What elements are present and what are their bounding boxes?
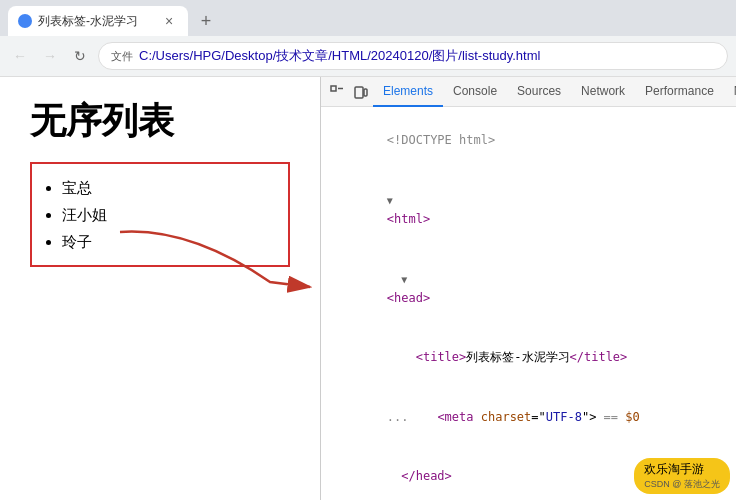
- address-bar: ← → ↻ 文件 C:/Users/HPG/Desktop/技术文章/HTML/…: [0, 36, 736, 76]
- watermark-sub: CSDN @ 落池之光: [644, 478, 720, 491]
- forward-button[interactable]: →: [38, 44, 62, 68]
- arrow: [110, 222, 330, 302]
- list-item-1: 宝总: [62, 174, 272, 201]
- watermark-main: 欢乐淘手游: [644, 461, 720, 478]
- inspect-icon[interactable]: [325, 80, 349, 104]
- svg-rect-1: [331, 86, 336, 91]
- page-heading: 无序列表: [30, 97, 290, 146]
- tab-more[interactable]: N: [724, 77, 736, 107]
- html-line-meta[interactable]: ... <meta charset="UTF-8"> == $0: [321, 388, 736, 448]
- new-tab-button[interactable]: +: [192, 7, 220, 35]
- tab-elements[interactable]: Elements: [373, 77, 443, 107]
- tab-console[interactable]: Console: [443, 77, 507, 107]
- address-input[interactable]: 文件 C:/Users/HPG/Desktop/技术文章/HTML/202401…: [98, 42, 728, 70]
- html-line-head-open[interactable]: ▼ <head>: [321, 249, 736, 328]
- devtools-toolbar: Elements Console Sources Network Perform…: [321, 77, 736, 107]
- tab-close-button[interactable]: ×: [160, 12, 178, 30]
- tab-sources[interactable]: Sources: [507, 77, 571, 107]
- tab-title: 列表标签-水泥学习: [38, 13, 138, 30]
- browser-chrome: 列表标签-水泥学习 × + ← → ↻ 文件 C:/Users/HPG/Desk…: [0, 0, 736, 77]
- svg-rect-4: [364, 89, 367, 96]
- watermark: 欢乐淘手游 CSDN @ 落池之光: [634, 458, 730, 494]
- tab-performance[interactable]: Performance: [635, 77, 724, 107]
- device-icon[interactable]: [349, 80, 373, 104]
- address-icon: 文件: [111, 49, 133, 64]
- html-line-html-open[interactable]: ▼ <html>: [321, 171, 736, 250]
- html-line-title[interactable]: <title>列表标签-水泥学习</title>: [321, 328, 736, 388]
- svg-rect-3: [355, 87, 363, 98]
- address-url: C:/Users/HPG/Desktop/技术文章/HTML/20240120/…: [139, 47, 540, 65]
- active-tab[interactable]: 列表标签-水泥学习 ×: [8, 6, 188, 36]
- refresh-button[interactable]: ↻: [68, 44, 92, 68]
- tab-bar: 列表标签-水泥学习 × +: [0, 0, 736, 36]
- back-button[interactable]: ←: [8, 44, 32, 68]
- tab-favicon: [18, 14, 32, 28]
- devtools-panel: Elements Console Sources Network Perform…: [320, 77, 736, 500]
- tab-network[interactable]: Network: [571, 77, 635, 107]
- devtools-content: <!DOCTYPE html> ▼ <html> ▼ <head> <title…: [321, 107, 736, 500]
- main-area: 无序列表 宝总 汪小姐 玲子 Elements Cons: [0, 77, 736, 500]
- page-content: 无序列表 宝总 汪小姐 玲子: [0, 77, 320, 500]
- html-line-doctype[interactable]: <!DOCTYPE html>: [321, 111, 736, 171]
